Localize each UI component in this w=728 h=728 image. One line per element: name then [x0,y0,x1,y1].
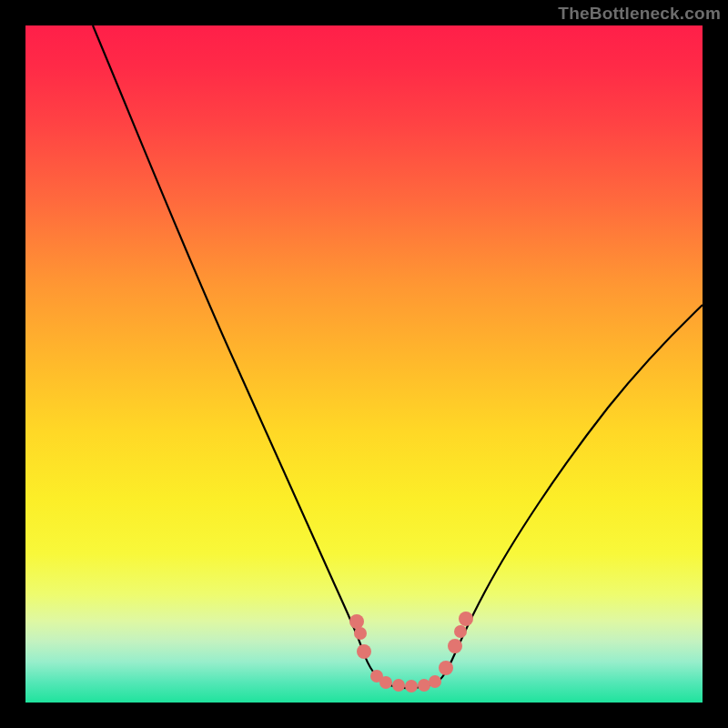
marker [448,639,462,653]
marker [379,676,392,689]
marker [392,679,405,692]
bottleneck-curve [93,25,703,688]
marker [439,661,453,675]
chart-svg [25,25,703,703]
marker [349,614,364,629]
marker [405,680,418,693]
outer-frame: TheBottleneck.com [0,0,728,728]
marker [429,675,441,688]
watermark-text: TheBottleneck.com [558,4,721,24]
markers-group [349,612,473,693]
plot-area [25,25,703,703]
marker [459,612,473,626]
marker [354,627,367,640]
marker [418,679,430,692]
marker [454,625,467,638]
marker [357,644,371,659]
